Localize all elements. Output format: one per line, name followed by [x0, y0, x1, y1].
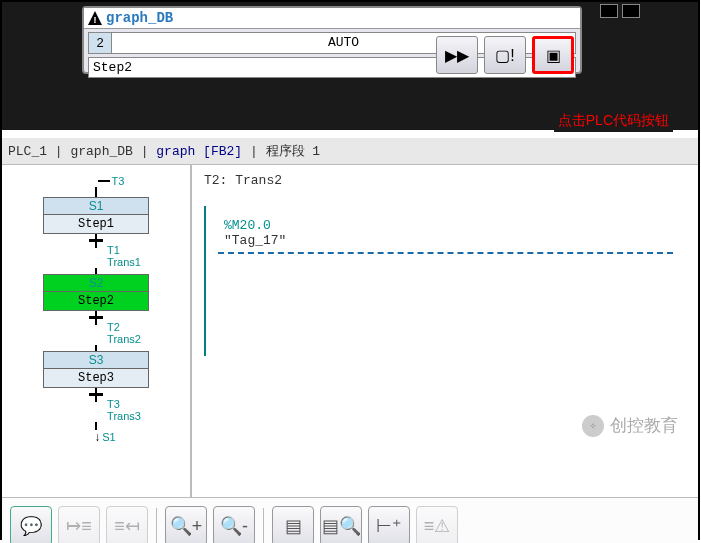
list-view-button[interactable]: ▤: [272, 506, 314, 544]
layout-icon[interactable]: [622, 4, 640, 18]
sfc-graph-panel: T3 S1 Step1 T1 Trans1 S2 Step2: [2, 165, 192, 497]
search-list-button[interactable]: ▤🔍: [320, 506, 362, 544]
comment-button[interactable]: 💬: [10, 506, 52, 544]
list-icon: ▤: [285, 515, 302, 537]
bc-graph[interactable]: graph [FB2]: [156, 144, 242, 159]
step-s1[interactable]: S1 Step1: [43, 197, 149, 234]
entry-label: T3: [112, 175, 125, 187]
window-controls: [600, 4, 640, 18]
branch-button[interactable]: ⊢⁺: [368, 506, 410, 544]
step-out-icon: ≡↤: [114, 515, 140, 537]
toolbar-buttons: ▶▶ ▢! ▣: [436, 36, 574, 74]
bottom-toolbar: 💬 ↦≡ ≡↤ 🔍+ 🔍- ▤ ▤🔍 ⊢⁺ ≡⚠: [2, 497, 698, 543]
transition-t3[interactable]: [95, 388, 97, 402]
rail-icon: [204, 206, 206, 356]
step-in-button[interactable]: ↦≡: [58, 506, 100, 544]
transition-t1[interactable]: [95, 234, 97, 248]
fast-forward-button[interactable]: ▶▶: [436, 36, 478, 74]
plc-code-button[interactable]: ▣: [532, 36, 574, 74]
watermark: ✧ 创控教育: [582, 414, 678, 437]
step-in-icon: ↦≡: [66, 515, 92, 537]
arrow-in-icon: [98, 180, 110, 182]
transition-t2[interactable]: [95, 311, 97, 325]
bc-plc[interactable]: PLC_1: [8, 144, 47, 159]
transition-title: T2: Trans2: [204, 173, 686, 188]
workspace: T3 S1 Step1 T1 Trans1 S2 Step2: [2, 165, 698, 497]
alert-screen-icon: ▢!: [495, 46, 514, 65]
bc-segment[interactable]: 程序段 1: [266, 144, 321, 159]
zoom-out-button[interactable]: 🔍-: [213, 506, 255, 544]
rung-line: [218, 252, 673, 254]
alert-button[interactable]: ▢!: [484, 36, 526, 74]
exit-label: S1: [102, 431, 115, 443]
graph-db-panel: graph_DB 2 AUTO Step2 ▶▶ ▢! ▣: [82, 6, 582, 74]
panel-titlebar: graph_DB: [84, 8, 580, 29]
tag-name[interactable]: "Tag_17": [224, 233, 686, 248]
search-list-icon: ▤🔍: [322, 515, 361, 537]
plc-icon: ▣: [546, 46, 561, 65]
breadcrumb: PLC_1 | graph_DB | graph [FB2] | 程序段 1: [2, 138, 698, 165]
step-number-field[interactable]: 2: [88, 32, 112, 54]
step-s2[interactable]: S2 Step2: [43, 274, 149, 311]
annotation-text: 点击PLC代码按钮: [554, 110, 673, 132]
forward-icon: ▶▶: [445, 46, 469, 65]
min-icon[interactable]: [600, 4, 618, 18]
diag-button[interactable]: ≡⚠: [416, 506, 458, 544]
branch-icon: ⊢⁺: [376, 515, 402, 537]
zoom-out-icon: 🔍-: [220, 515, 248, 537]
step-s3[interactable]: S3 Step3: [43, 351, 149, 388]
diag-icon: ≡⚠: [424, 515, 451, 537]
bc-graphdb[interactable]: graph_DB: [70, 144, 132, 159]
warning-icon: [88, 11, 102, 25]
panel-title: graph_DB: [106, 10, 173, 26]
step-out-button[interactable]: ≡↤: [106, 506, 148, 544]
ladder-panel: T2: Trans2 %M20.0 "Tag_17" ✧ 创控教育: [192, 165, 698, 497]
zoom-in-button[interactable]: 🔍+: [165, 506, 207, 544]
tag-address[interactable]: %M20.0: [224, 218, 686, 233]
top-dark-area: graph_DB 2 AUTO Step2 ▶▶ ▢! ▣ 点击PLC代码按钮: [2, 2, 698, 130]
arrow-down-icon: ↓: [94, 430, 100, 444]
speech-icon: 💬: [20, 515, 42, 537]
zoom-in-icon: 🔍+: [170, 515, 203, 537]
wechat-icon: ✧: [582, 415, 604, 437]
